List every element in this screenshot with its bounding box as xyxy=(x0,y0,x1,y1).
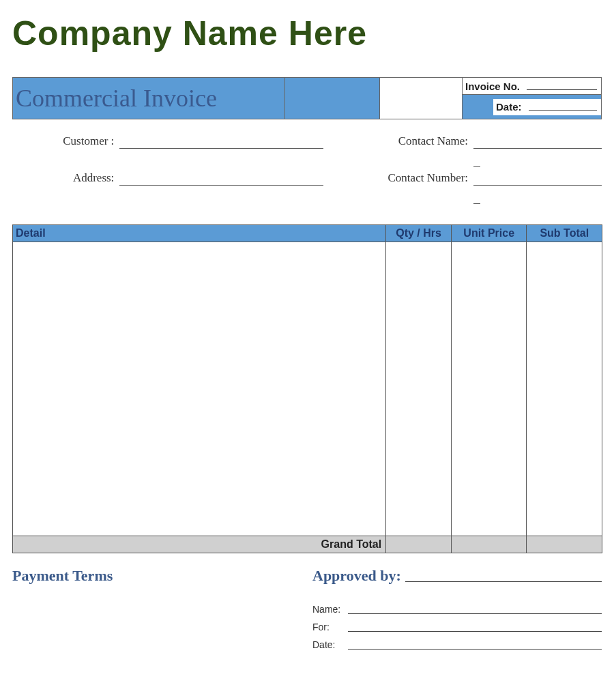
contact-name-label: Contact Name: xyxy=(363,134,473,149)
customer-input[interactable] xyxy=(119,134,323,149)
cell-qty[interactable] xyxy=(386,242,452,536)
contact-number-label: Contact Number: xyxy=(363,171,473,186)
payment-terms-heading: Payment Terms xyxy=(12,567,312,657)
invoice-date-value[interactable] xyxy=(529,110,597,111)
invoice-number-field[interactable]: Invoice No. xyxy=(462,77,602,95)
invoice-title: Commercial Invoice xyxy=(12,77,285,119)
invoice-date-label: Date: xyxy=(493,101,527,113)
invoice-number-value[interactable] xyxy=(527,89,597,90)
company-name: Company Name Here xyxy=(12,14,602,53)
sig-name-label: Name: xyxy=(312,604,348,615)
approved-by-signature[interactable] xyxy=(405,581,602,582)
cell-detail[interactable] xyxy=(13,242,386,536)
sig-date-label: Date: xyxy=(312,639,348,650)
line-item-row[interactable] xyxy=(13,242,602,536)
sig-for-input[interactable] xyxy=(348,622,602,632)
sig-name-input[interactable] xyxy=(348,604,602,614)
invoice-header: Commercial Invoice Invoice No. Date: xyxy=(12,77,602,119)
contact-number-input[interactable] xyxy=(473,171,602,186)
sig-for-label: For: xyxy=(312,622,348,632)
header-spacer xyxy=(285,77,380,119)
contact-number-extra[interactable] xyxy=(473,194,480,204)
contact-name-extra[interactable] xyxy=(473,157,480,167)
grand-total-row: Grand Total xyxy=(13,536,602,553)
line-items-table: Detail Qty / Hrs Unit Price Sub Total Gr… xyxy=(12,224,602,553)
grand-total-label: Grand Total xyxy=(13,536,386,553)
col-sub-total: Sub Total xyxy=(527,225,602,242)
header-spacer xyxy=(380,77,462,119)
col-detail: Detail xyxy=(13,225,386,242)
grand-total-unit xyxy=(451,536,527,553)
col-qty: Qty / Hrs xyxy=(386,225,452,242)
approved-by-label: Approved by: xyxy=(312,567,401,585)
customer-label: Customer : xyxy=(12,134,119,149)
invoice-date-field: Date: xyxy=(462,95,602,119)
cell-sub-total[interactable] xyxy=(527,242,602,536)
sig-date-input[interactable] xyxy=(348,639,602,650)
grand-total-qty xyxy=(386,536,452,553)
cell-unit-price[interactable] xyxy=(451,242,527,536)
invoice-footer: Payment Terms Approved by: Name: For: Da… xyxy=(12,567,602,657)
col-unit-price: Unit Price xyxy=(451,225,527,242)
address-label: Address: xyxy=(12,171,119,186)
address-input[interactable] xyxy=(119,171,323,186)
invoice-number-label: Invoice No. xyxy=(463,81,523,92)
contact-name-input[interactable] xyxy=(473,134,602,149)
grand-total-value xyxy=(527,536,602,553)
